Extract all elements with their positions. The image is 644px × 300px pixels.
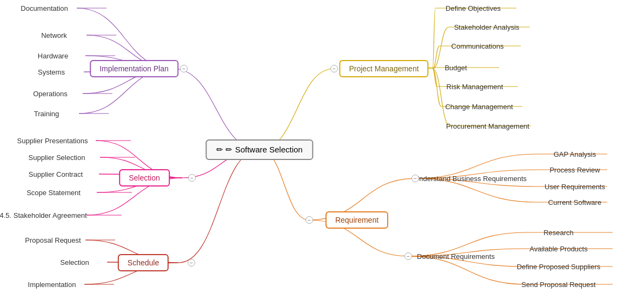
leaf-research: Research [543, 229, 574, 237]
leaf-stakeholder-analysis: Stakeholder Analysis [454, 23, 520, 31]
leaf-documentation: Documentation [21, 4, 68, 12]
leaf-stakeholder-agreement: 4.5. Stakeholder Agreement [0, 211, 87, 219]
selection-box: Selection [119, 169, 170, 186]
requirement-label: Requirement [335, 216, 379, 224]
leaf-supplier-presentations: Supplier Presentations [17, 137, 88, 145]
selection-label: Selection [129, 174, 160, 182]
understand-biz-req-label: Understand Business Requirements [414, 175, 527, 183]
leaf-send-proposal-request: Send Proposal Request [521, 281, 595, 289]
leaf-selection-schedule: Selection [60, 258, 89, 266]
leaf-training: Training [34, 110, 59, 118]
leaf-communications: Communications [452, 42, 504, 50]
center-label: ✏ Software Selection [225, 145, 302, 154]
leaf-proposal-request: Proposal Request [25, 236, 81, 244]
leaf-available-products: Available Products [529, 245, 587, 253]
leaf-gap-analysis: GAP Analysis [554, 150, 596, 158]
leaf-supplier-selection: Supplier Selection [29, 154, 85, 162]
schedule-box: Schedule [118, 254, 169, 271]
leaf-user-requirements: User Requirements [545, 183, 605, 191]
center-node: ✏ ✏ Software Selection [205, 139, 313, 160]
implementation-plan-label: Implementation Plan [99, 64, 169, 73]
leaf-network: Network [41, 31, 67, 39]
leaf-procurement-management: Procurement Management [446, 122, 529, 130]
leaf-hardware: Hardware [38, 52, 68, 60]
document-req-label: Document Requirements [417, 252, 495, 261]
document-req-collapse[interactable]: − [404, 252, 412, 260]
understand-biz-collapse[interactable]: − [411, 175, 419, 182]
leaf-risk-management: Risk Management [447, 83, 503, 91]
requirement-collapse[interactable]: − [306, 216, 313, 224]
requirement-box: Requirement [326, 211, 388, 229]
leaf-define-proposed-suppliers: Define Proposed Suppliers [517, 263, 601, 271]
leaf-implementation: Implementation [28, 281, 76, 289]
leaf-change-management: Change Management [445, 103, 513, 111]
schedule-collapse[interactable]: − [188, 259, 195, 266]
leaf-process-review: Process Review [549, 166, 600, 174]
leaf-current-software: Current Software [548, 198, 601, 206]
selection-collapse[interactable]: − [188, 174, 196, 182]
implementation-plan-collapse[interactable]: − [180, 65, 188, 72]
leaf-budget: Budget [444, 64, 467, 72]
schedule-label: Schedule [128, 258, 159, 267]
leaf-operations: Operations [33, 90, 68, 98]
leaf-define-objectives: Define Objectives [446, 4, 501, 12]
project-management-box: Project Management [339, 60, 428, 77]
leaf-scope-statement: Scope Statement [26, 189, 81, 197]
center-icon: ✏ [216, 145, 223, 154]
leaf-systems: Systems [38, 68, 65, 76]
implementation-plan-box: Implementation Plan [90, 60, 178, 77]
project-management-label: Project Management [349, 64, 419, 73]
leaf-supplier-contract: Supplier Contract [29, 170, 83, 178]
project-management-collapse[interactable]: − [330, 65, 338, 72]
